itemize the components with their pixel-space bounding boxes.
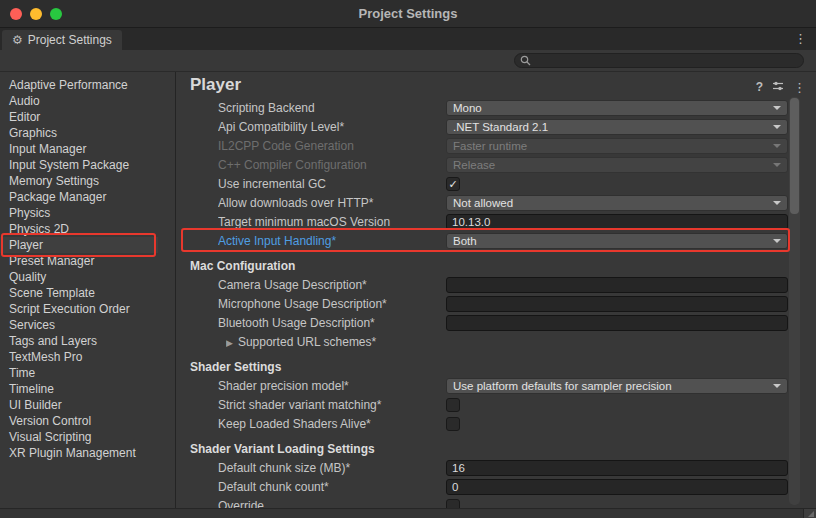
setting-value: .NET Standard 2.1 — [446, 119, 788, 135]
dropdown-active-input-handling[interactable]: Both — [446, 233, 788, 249]
foldout-arrow-icon[interactable]: ▶ — [226, 338, 233, 348]
minimize-button[interactable] — [30, 8, 42, 20]
sidebar-item-label: XR Plugin Management — [9, 446, 136, 460]
search-box[interactable] — [514, 53, 804, 68]
setting-row-override: Override — [176, 496, 816, 508]
player-settings-panel: Player ? ⋮ Scripting BackendMonoApi Comp… — [176, 72, 816, 508]
sidebar-item-adaptive-performance[interactable]: Adaptive Performance — [0, 77, 158, 93]
setting-row-bluetooth-usage-description: Bluetooth Usage Description* — [176, 313, 816, 332]
sidebar-item-preset-manager[interactable]: Preset Manager — [0, 253, 158, 269]
dropdown-il2cpp-code-generation: Faster runtime — [446, 138, 788, 154]
setting-value: Not allowed — [446, 195, 788, 211]
presets-icon[interactable] — [772, 78, 784, 96]
sidebar-item-visual-scripting[interactable]: Visual Scripting — [0, 429, 158, 445]
checkbox-strict-shader-variant-matching[interactable] — [446, 398, 460, 412]
setting-value — [446, 499, 788, 509]
sidebar-item-scene-template[interactable]: Scene Template — [0, 285, 158, 301]
setting-label: Use incremental GC — [218, 177, 446, 191]
setting-row-default-chunk-size-mb: Default chunk size (MB)*16 — [176, 458, 816, 477]
sidebar-item-label: UI Builder — [9, 398, 62, 412]
kebab-menu-icon[interactable]: ⋮ — [793, 80, 806, 95]
sidebar-item-package-manager[interactable]: Package Manager — [0, 189, 158, 205]
sidebar-item-ui-builder[interactable]: UI Builder — [0, 397, 158, 413]
setting-row-camera-usage-description: Camera Usage Description* — [176, 275, 816, 294]
sidebar-item-xr-plugin-management[interactable]: XR Plugin Management — [0, 445, 158, 461]
sidebar-item-input-system-package[interactable]: Input System Package — [0, 157, 158, 173]
sidebar-item-label: Services — [9, 318, 55, 332]
window-menu-icon[interactable]: ⋮ — [794, 31, 807, 46]
section-header-shader-variant-loading-settings: Shader Variant Loading Settings — [176, 439, 816, 458]
sidebar-item-time[interactable]: Time — [0, 365, 158, 381]
field-microphone-usage-description[interactable] — [446, 296, 788, 312]
setting-label: Override — [218, 499, 446, 509]
sidebar-item-label: Scene Template — [9, 286, 95, 300]
sidebar-item-label: TextMesh Pro — [9, 350, 82, 364]
chevron-down-icon — [773, 163, 781, 167]
dropdown-scripting-backend[interactable]: Mono — [446, 100, 788, 116]
setting-value — [446, 417, 788, 431]
project-settings-window: Project Settings ⚙ Project Settings ⋮ Ad… — [0, 0, 816, 518]
dropdown-c-compiler-configuration: Release — [446, 157, 788, 173]
checkbox-override[interactable] — [446, 499, 460, 509]
setting-label: Target minimum macOS Version — [218, 215, 446, 229]
search-input[interactable] — [531, 55, 798, 67]
setting-label: Allow downloads over HTTP* — [218, 196, 446, 210]
field-default-chunk-count[interactable]: 0 — [446, 479, 788, 495]
resize-grip-icon[interactable] — [808, 511, 814, 517]
scrollbar-thumb[interactable] — [790, 98, 799, 214]
sidebar-item-label: Script Execution Order — [9, 302, 130, 316]
setting-row-microphone-usage-description: Microphone Usage Description* — [176, 294, 816, 313]
sidebar-item-audio[interactable]: Audio — [0, 93, 158, 109]
chevron-down-icon — [773, 106, 781, 110]
sidebar-item-memory-settings[interactable]: Memory Settings — [0, 173, 158, 189]
sidebar-item-version-control[interactable]: Version Control — [0, 413, 158, 429]
section-header-mac-configuration: Mac Configuration — [176, 256, 816, 275]
dropdown-shader-precision-model[interactable]: Use platform defaults for sampler precis… — [446, 378, 788, 394]
field-camera-usage-description[interactable] — [446, 277, 788, 293]
sidebar-item-label: Tags and Layers — [9, 334, 97, 348]
close-button[interactable] — [10, 8, 22, 20]
setting-row-active-input-handling: Active Input Handling*Both — [176, 231, 816, 250]
dropdown-allow-downloads-over-http[interactable]: Not allowed — [446, 195, 788, 211]
sidebar-item-physics[interactable]: Physics — [0, 205, 158, 221]
gear-icon: ⚙ — [12, 33, 23, 47]
tab-bar: ⚙ Project Settings ⋮ — [0, 28, 816, 50]
sidebar-item-script-execution-order[interactable]: Script Execution Order — [0, 301, 158, 317]
section-header-shader-settings: Shader Settings — [176, 357, 816, 376]
setting-row-supported-url-schemes: ▶Supported URL schemes* — [176, 332, 816, 351]
setting-value: 0 — [446, 479, 788, 495]
sidebar-item-player[interactable]: Player — [0, 237, 158, 253]
setting-row-target-minimum-macos-version: Target minimum macOS Version10.13.0 — [176, 212, 816, 231]
checkbox-keep-loaded-shaders-alive[interactable] — [446, 417, 460, 431]
sidebar-item-tags-and-layers[interactable]: Tags and Layers — [0, 333, 158, 349]
field-bluetooth-usage-description[interactable] — [446, 315, 788, 331]
setting-label: ▶Supported URL schemes* — [226, 335, 446, 349]
sidebar-item-graphics[interactable]: Graphics — [0, 125, 158, 141]
sidebar-item-quality[interactable]: Quality — [0, 269, 158, 285]
bottom-scrollbar-track[interactable] — [0, 508, 816, 518]
vertical-scrollbar[interactable] — [789, 97, 800, 505]
tab-project-settings[interactable]: ⚙ Project Settings — [2, 30, 122, 50]
sidebar-item-editor[interactable]: Editor — [0, 109, 158, 125]
sidebar-item-services[interactable]: Services — [0, 317, 158, 333]
setting-value: 10.13.0 — [446, 214, 788, 230]
zoom-button[interactable] — [50, 8, 62, 20]
chevron-down-icon — [773, 384, 781, 388]
sidebar-item-label: Physics — [9, 206, 50, 220]
setting-row-strict-shader-variant-matching: Strict shader variant matching* — [176, 395, 816, 414]
sidebar-item-timeline[interactable]: Timeline — [0, 381, 158, 397]
field-default-chunk-size-mb[interactable]: 16 — [446, 460, 788, 476]
sidebar-item-textmesh-pro[interactable]: TextMesh Pro — [0, 349, 158, 365]
chevron-down-icon — [773, 201, 781, 205]
setting-row-allow-downloads-over-http: Allow downloads over HTTP*Not allowed — [176, 193, 816, 212]
content-area: Adaptive PerformanceAudioEditorGraphicsI… — [0, 72, 816, 508]
dropdown-api-compatibility-level[interactable]: .NET Standard 2.1 — [446, 119, 788, 135]
sidebar-item-physics-2d[interactable]: Physics 2D — [0, 221, 158, 237]
field-target-minimum-macos-version[interactable]: 10.13.0 — [446, 214, 788, 230]
setting-label: Shader precision model* — [218, 379, 446, 393]
setting-label: IL2CPP Code Generation — [218, 139, 446, 153]
sidebar-item-label: Audio — [9, 94, 40, 108]
sidebar-item-input-manager[interactable]: Input Manager — [0, 141, 158, 157]
help-icon[interactable]: ? — [756, 80, 763, 94]
checkbox-use-incremental-gc[interactable]: ✓ — [446, 177, 460, 191]
